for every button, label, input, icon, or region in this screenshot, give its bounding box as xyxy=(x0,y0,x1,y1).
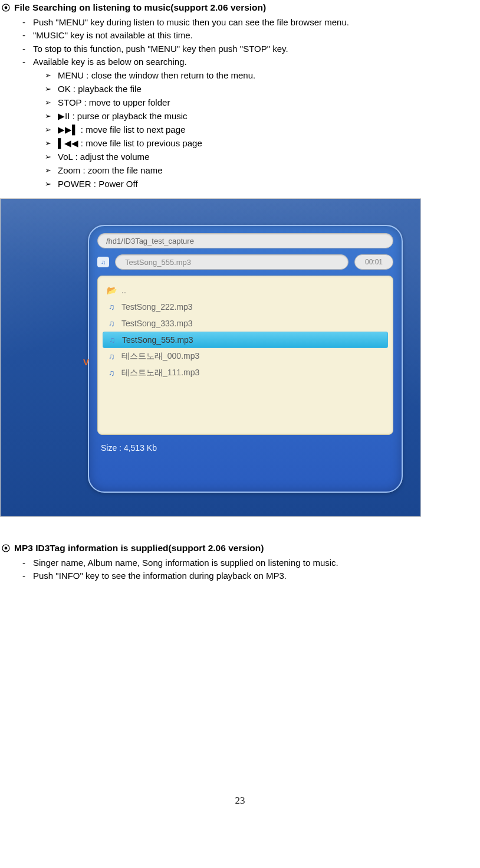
list-item-label: Zoom : zoom the file name xyxy=(58,165,163,175)
path-row: /hd1/ID3Tag_test_capture xyxy=(97,233,393,248)
chevron-icon: ➢ xyxy=(45,179,51,189)
chevron-icon: ➢ xyxy=(45,111,51,122)
section1-title: File Searching on listening to music(sup… xyxy=(14,2,266,13)
file-name: TestSong_555.mp3 xyxy=(122,335,193,345)
file-size-label: Size : 4,513 Kb xyxy=(97,443,393,453)
file-name: TestSong_333.mp3 xyxy=(121,319,193,328)
music-note-icon: ♫ xyxy=(106,302,117,312)
checkmark-icon: V xyxy=(83,357,89,367)
music-note-icon: ♫ xyxy=(106,368,117,378)
music-note-icon: ♫ xyxy=(107,335,117,345)
file-row-parent-dir[interactable]: 📂 .. xyxy=(103,282,388,299)
list-item: ➢▶II : purse or playback the music xyxy=(58,110,480,122)
now-playing-row: ♫ TestSong_555.mp3 00:01 xyxy=(97,254,393,270)
list-item: "MUSIC" key is not available at this tim… xyxy=(33,30,480,41)
file-name: 테스트노래_000.mp3 xyxy=(121,351,199,362)
list-item-label: STOP : move to upper folder xyxy=(58,97,170,107)
list-item: Push "INFO" key to see the information d… xyxy=(33,570,480,582)
section1-heading: File Searching on listening to music(sup… xyxy=(1,2,480,13)
file-row[interactable]: ♫ 테스트노래_000.mp3 xyxy=(103,348,388,365)
file-name: 테스트노래_111.mp3 xyxy=(121,368,199,378)
list-item: Singer name, Album name, Song informatio… xyxy=(33,557,480,569)
file-name: TestSong_222.mp3 xyxy=(121,302,193,312)
list-item-label: VoL : adjust the volume xyxy=(58,152,149,162)
chevron-icon: ➢ xyxy=(45,97,51,108)
section1-chev-list: ➢MENU : close the window then return to … xyxy=(58,69,480,190)
chevron-icon: ➢ xyxy=(45,70,51,81)
chevron-icon: ➢ xyxy=(45,152,51,162)
file-browser-screenshot: /hd1/ID3Tag_test_capture ♫ TestSong_555.… xyxy=(0,198,421,517)
music-note-icon: ♫ xyxy=(106,352,117,361)
now-playing-song: TestSong_555.mp3 xyxy=(115,254,349,270)
parent-dir-label: .. xyxy=(121,286,126,295)
list-item-label: POWER : Power Off xyxy=(58,179,138,189)
file-row[interactable]: ♫ TestSong_222.mp3 xyxy=(103,299,388,315)
music-note-icon: ♫ xyxy=(97,257,109,267)
target-bullet-icon xyxy=(1,3,11,12)
list-item: ➢STOP : move to upper folder xyxy=(58,96,480,109)
path-display: /hd1/ID3Tag_test_capture xyxy=(97,233,393,248)
chevron-icon: ➢ xyxy=(45,84,51,94)
file-browser-panel: /hd1/ID3Tag_test_capture ♫ TestSong_555.… xyxy=(88,225,403,493)
page-number: 23 xyxy=(0,795,480,807)
list-item-label: ▶II : purse or playback the music xyxy=(58,111,188,121)
list-item: Available key is as below on searching. xyxy=(33,56,480,68)
music-note-icon: ♫ xyxy=(106,319,117,328)
list-item: To stop to this function, push "MENU" ke… xyxy=(33,43,480,55)
section2-heading: MP3 ID3Tag information is supplied(suppo… xyxy=(1,543,480,553)
section2-title: MP3 ID3Tag information is supplied(suppo… xyxy=(14,543,264,553)
list-item: ➢▶▶▌ : move file list to next page xyxy=(58,123,480,136)
list-item: Push "MENU" key during listen to music t… xyxy=(33,17,480,28)
list-item: ➢VoL : adjust the volume xyxy=(58,150,480,163)
file-row[interactable]: ♫ 테스트노래_111.mp3 xyxy=(103,365,388,381)
elapsed-time: 00:01 xyxy=(354,254,393,270)
section1-dash-list: Push "MENU" key during listen to music t… xyxy=(33,17,480,68)
list-item-label: MENU : close the window then return to t… xyxy=(58,70,255,80)
chevron-icon: ➢ xyxy=(45,125,51,135)
folder-up-icon: 📂 xyxy=(106,286,117,295)
section2-dash-list: Singer name, Album name, Song informatio… xyxy=(33,557,480,582)
chevron-icon: ➢ xyxy=(45,165,51,176)
list-item: ➢▌◀◀ : move file list to previous page xyxy=(58,137,480,149)
file-row[interactable]: ♫ TestSong_333.mp3 xyxy=(103,315,388,332)
svg-point-1 xyxy=(5,6,8,9)
chevron-icon: ➢ xyxy=(45,138,51,149)
list-item-label: ▌◀◀ : move file list to previous page xyxy=(58,138,202,148)
file-row-selected[interactable]: ♫ TestSong_555.mp3 xyxy=(103,332,388,348)
list-item: ➢MENU : close the window then return to … xyxy=(58,69,480,81)
list-item: ➢POWER : Power Off xyxy=(58,178,480,190)
list-item-label: OK : playback the file xyxy=(58,84,142,94)
list-item: ➢OK : playback the file xyxy=(58,83,480,95)
file-list-box: 📂 .. ♫ TestSong_222.mp3 ♫ TestSong_333.m… xyxy=(97,276,393,435)
list-item-label: ▶▶▌ : move file list to next page xyxy=(58,125,185,135)
list-item: ➢Zoom : zoom the file name xyxy=(58,164,480,176)
target-bullet-icon xyxy=(1,543,11,553)
svg-point-3 xyxy=(5,547,8,550)
